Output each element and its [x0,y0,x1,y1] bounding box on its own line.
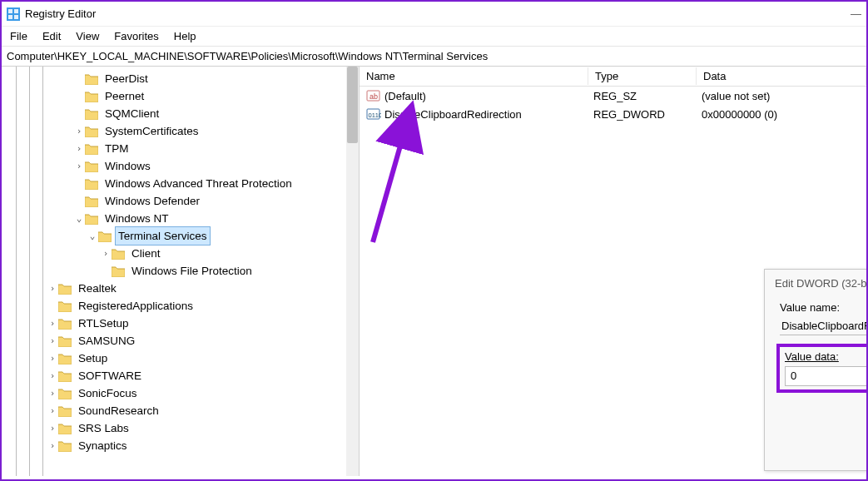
tree-item-label: Peernet [102,87,147,105]
tree-item-label: SRS Labs [75,419,132,437]
tree-item-label: Windows File Protection [128,262,255,280]
tree-item-label: RTLSetup [75,315,132,332]
window-title: Registry Editor [25,7,96,20]
tree-item-label: SAMSUNG [75,332,138,350]
chevron-right-icon[interactable]: › [47,419,58,437]
chevron-right-icon[interactable]: › [47,402,58,419]
tree-item-label: SonicFocus [75,384,141,402]
menu-file[interactable]: File [10,30,27,42]
chevron-right-icon[interactable]: › [47,315,58,332]
value-name-label: Value name: [780,301,866,314]
svg-rect-4 [14,15,18,19]
tree-item-label: RegisteredApplications [75,297,196,315]
chevron-right-icon[interactable]: › [47,280,58,297]
edit-dword-dialog: Edit DWORD (32-bit) Value ✕ Value name: … [764,269,866,471]
tree-item[interactable]: ·RegisteredApplications [7,297,359,315]
tree-scrollbar[interactable] [346,67,359,476]
list-row[interactable]: ab(Default)REG_SZ(value not set) [360,87,866,105]
tree-item[interactable]: ·Windows Advanced Threat Protection [7,175,359,192]
tree-item[interactable]: ›TPM [7,140,359,157]
menu-help[interactable]: Help [174,30,196,42]
chevron-right-icon[interactable]: › [47,332,58,350]
svg-rect-1 [8,9,12,13]
menu-edit[interactable]: Edit [42,30,61,42]
tree-item-label: Realtek [75,280,120,297]
tree-item[interactable]: ·Windows File Protection [7,262,359,280]
tree-pane[interactable]: ·PeerDist·Peernet·SQMClient›SystemCertif… [2,67,360,476]
col-header-type[interactable]: Type [588,67,697,85]
chevron-right-icon[interactable]: › [73,140,85,157]
address-bar[interactable]: Computer\HKEY_LOCAL_MACHINE\SOFTWARE\Pol… [2,47,866,67]
dialog-title: Edit DWORD (32-bit) Value [775,277,866,290]
value-data-label: Value data: [785,350,866,363]
chevron-right-icon[interactable]: › [47,437,58,454]
list-row[interactable]: 0110DisableClipboardRedirectionREG_DWORD… [360,105,866,123]
tree-item-label: SoundResearch [75,402,162,419]
tree-item[interactable]: ›Client [7,245,359,262]
chevron-right-icon[interactable]: › [73,122,85,140]
tree-item-label: Windows NT [102,210,172,227]
menu-view[interactable]: View [76,30,99,42]
tree-item[interactable]: ⌄Windows NT [7,210,359,227]
value-name-field[interactable]: DisableClipboardRedirection [780,317,866,335]
chevron-down-icon[interactable]: ⌄ [73,210,85,227]
menubar: File Edit View Favorites Help [2,27,866,47]
menu-favorites[interactable]: Favorites [114,30,158,42]
cell-name: (Default) [384,90,587,102]
chevron-down-icon[interactable]: ⌄ [87,227,98,245]
tree-item-label: Synaptics [75,437,131,454]
content-area: ·PeerDist·Peernet·SQMClient›SystemCertif… [2,67,866,476]
tree-item[interactable]: ›SAMSUNG [7,332,359,350]
tree-item[interactable]: ›SoundResearch [7,402,359,419]
cell-data: 0x00000000 (0) [695,108,866,121]
tree-item-label: Setup [75,350,111,367]
svg-rect-3 [8,15,12,19]
regedit-icon [7,7,20,21]
tree-item-label: Windows Defender [102,192,203,210]
chevron-right-icon[interactable]: › [47,367,58,384]
cell-type: REG_SZ [587,90,695,102]
list-pane[interactable]: Name Type Data ab(Default)REG_SZ(value n… [360,67,866,476]
tree-item-label: Client [128,245,164,262]
tree-item-label: Windows [102,157,154,175]
minimize-button[interactable]: — [851,7,861,20]
tree-item-label: SQMClient [102,105,162,122]
tree-item-label: PeerDist [102,70,151,87]
value-data-input[interactable]: 0 [785,366,866,386]
tree-item-label: SOFTWARE [75,367,145,384]
cell-name: DisableClipboardRedirection [384,108,587,121]
tree-item[interactable]: ·SQMClient [7,105,359,122]
tree-item[interactable]: ›SOFTWARE [7,367,359,384]
tree-item-label: TPM [102,140,132,157]
tree-item[interactable]: ›Setup [7,350,359,367]
col-header-data[interactable]: Data [697,67,866,85]
svg-rect-2 [14,9,18,13]
tree-item[interactable]: ·Peernet [7,87,359,105]
tree-item[interactable]: ⌄Terminal Services [7,227,359,245]
chevron-right-icon[interactable]: › [100,245,112,262]
svg-text:0110: 0110 [369,112,382,119]
tree-item[interactable]: ›Realtek [7,280,359,297]
svg-line-9 [373,105,412,242]
titlebar: Registry Editor — [2,2,866,27]
tree-item[interactable]: ›SonicFocus [7,384,359,402]
scrollbar-thumb[interactable] [347,67,358,143]
tree-item[interactable]: ·Windows Defender [7,192,359,210]
tree-item-label: Terminal Services [115,226,211,245]
tree-item[interactable]: ·PeerDist [7,70,359,87]
cell-data: (value not set) [695,90,866,102]
tree-item[interactable]: ›Windows [7,157,359,175]
tree-item-label: Windows Advanced Threat Protection [102,175,295,192]
cell-type: REG_DWORD [587,108,695,121]
chevron-right-icon[interactable]: › [47,384,58,402]
list-header: Name Type Data [360,67,866,87]
chevron-right-icon[interactable]: › [73,157,85,175]
tree-item[interactable]: ›RTLSetup [7,315,359,332]
tree-item-label: SystemCertificates [102,122,202,140]
svg-text:ab: ab [370,92,378,101]
col-header-name[interactable]: Name [360,67,588,85]
tree-item[interactable]: ›Synaptics [7,437,359,454]
tree-item[interactable]: ›SystemCertificates [7,122,359,140]
chevron-right-icon[interactable]: › [47,350,58,367]
tree-item[interactable]: ›SRS Labs [7,419,359,437]
